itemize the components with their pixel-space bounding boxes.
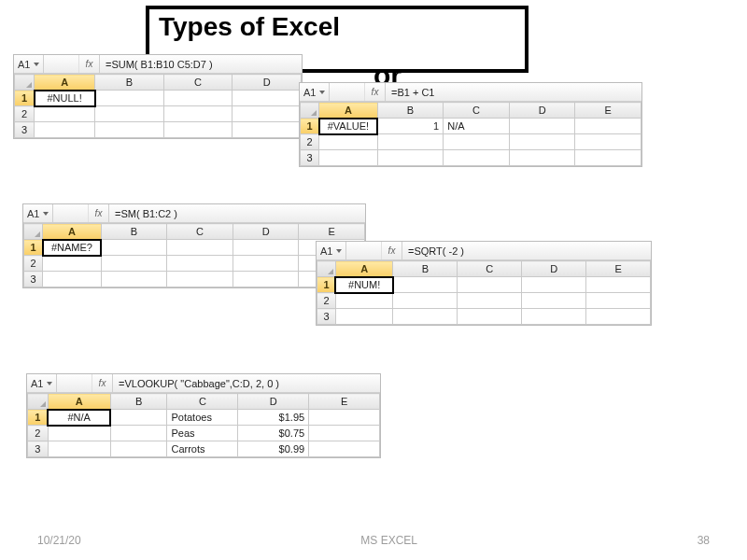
worksheet-grid[interactable]: A B C D 1 #NULL! 2 3 xyxy=(14,74,302,138)
cell[interactable] xyxy=(309,426,380,441)
name-box[interactable]: A1 xyxy=(27,374,57,392)
col-header[interactable]: A xyxy=(319,103,378,119)
cell[interactable]: Potatoes xyxy=(167,410,238,426)
row-header[interactable]: 3 xyxy=(24,272,43,287)
col-header[interactable]: C xyxy=(444,103,510,119)
cell[interactable]: 1 xyxy=(377,119,444,134)
cell[interactable] xyxy=(233,91,302,106)
cell[interactable] xyxy=(509,134,575,150)
table-row[interactable]: 3 xyxy=(24,272,365,287)
cell[interactable] xyxy=(35,106,95,122)
cell[interactable] xyxy=(167,240,233,256)
table-row[interactable]: 1 #NUM! xyxy=(317,277,651,293)
name-box[interactable]: A1 xyxy=(317,242,346,259)
cell[interactable] xyxy=(101,256,167,272)
cell[interactable] xyxy=(509,119,575,134)
cell[interactable]: $0.99 xyxy=(238,441,309,457)
select-all-corner[interactable] xyxy=(317,261,336,277)
select-all-corner[interactable] xyxy=(28,394,49,410)
col-header[interactable]: B xyxy=(110,394,167,410)
row-header[interactable]: 2 xyxy=(28,426,49,441)
worksheet-grid[interactable]: A B C D E 1 #NAME? 2 3 xyxy=(23,223,365,287)
col-header[interactable]: B xyxy=(95,75,164,91)
cell-a1[interactable]: #NAME? xyxy=(43,240,102,256)
row-header[interactable]: 3 xyxy=(301,150,319,166)
formula-bar[interactable]: =SUM( B1:B10 C5:D7 ) xyxy=(100,55,302,73)
chevron-down-icon[interactable] xyxy=(335,247,342,255)
cell[interactable] xyxy=(309,410,380,426)
col-header[interactable]: E xyxy=(309,394,380,410)
col-header[interactable]: C xyxy=(458,261,522,277)
cell[interactable] xyxy=(377,134,444,150)
cell[interactable] xyxy=(522,277,586,293)
chevron-down-icon[interactable] xyxy=(33,61,39,68)
cell[interactable] xyxy=(444,134,510,150)
cell[interactable] xyxy=(377,150,444,166)
fx-icon[interactable]: fx xyxy=(89,204,109,222)
col-header[interactable]: D xyxy=(233,75,302,91)
worksheet-grid[interactable]: A B C D E 1 #N/A Potatoes $1.95 2 Peas $… xyxy=(27,393,380,457)
worksheet-grid[interactable]: A B C D E 1 #VALUE! 1 N/A 2 3 xyxy=(300,102,641,166)
cell[interactable] xyxy=(163,122,233,138)
formula-bar[interactable]: =B1 + C1 xyxy=(386,83,641,101)
cell-a1[interactable]: #N/A xyxy=(48,410,110,426)
cell[interactable] xyxy=(110,410,167,426)
col-header[interactable]: C xyxy=(167,394,238,410)
cell[interactable] xyxy=(458,309,522,325)
cell[interactable] xyxy=(233,106,302,122)
cell[interactable] xyxy=(586,293,651,309)
cell[interactable] xyxy=(48,441,110,457)
row-header[interactable]: 3 xyxy=(28,441,49,457)
cell[interactable] xyxy=(575,119,641,134)
cell[interactable] xyxy=(43,256,102,272)
cell[interactable] xyxy=(233,256,299,272)
col-header[interactable]: B xyxy=(393,261,458,277)
col-header[interactable]: D xyxy=(509,103,575,119)
select-all-corner[interactable] xyxy=(301,103,319,119)
col-header[interactable]: E xyxy=(586,261,651,277)
table-row[interactable]: 2 xyxy=(301,134,641,150)
cell[interactable] xyxy=(101,272,167,287)
cell[interactable] xyxy=(575,134,641,150)
cell[interactable]: Peas xyxy=(167,426,238,441)
col-header[interactable]: B xyxy=(377,103,444,119)
col-header[interactable]: D xyxy=(233,224,299,240)
col-header[interactable]: C xyxy=(167,224,233,240)
chevron-down-icon[interactable] xyxy=(42,210,49,217)
cell[interactable] xyxy=(95,122,164,138)
cell[interactable] xyxy=(319,150,378,166)
cell[interactable] xyxy=(393,277,458,293)
cell[interactable] xyxy=(35,122,95,138)
cell[interactable] xyxy=(163,106,233,122)
row-header[interactable]: 2 xyxy=(317,293,336,309)
name-box[interactable]: A1 xyxy=(300,83,330,101)
cell[interactable] xyxy=(43,272,102,287)
table-row[interactable]: 2 xyxy=(15,106,302,122)
name-box[interactable]: A1 xyxy=(14,55,44,73)
cell[interactable] xyxy=(233,272,299,287)
cell[interactable] xyxy=(95,106,164,122)
cell[interactable] xyxy=(233,122,302,138)
select-all-corner[interactable] xyxy=(15,75,35,91)
col-header[interactable]: A xyxy=(35,75,95,91)
table-row[interactable]: 1 #N/A Potatoes $1.95 xyxy=(28,410,380,426)
name-box[interactable]: A1 xyxy=(23,204,53,222)
cell[interactable] xyxy=(522,293,586,309)
cell-a1[interactable]: #VALUE! xyxy=(319,119,378,134)
cell[interactable] xyxy=(101,240,167,256)
cell[interactable] xyxy=(95,91,164,106)
cell[interactable] xyxy=(110,426,167,441)
table-row[interactable]: 1 #NAME? xyxy=(24,240,365,256)
row-header[interactable]: 1 xyxy=(15,91,35,106)
fx-icon[interactable]: fx xyxy=(79,55,100,73)
cell[interactable]: N/A xyxy=(444,119,510,134)
cell-a1[interactable]: #NULL! xyxy=(35,91,95,106)
cell[interactable]: $0.75 xyxy=(238,426,309,441)
cell[interactable] xyxy=(163,91,233,106)
cell[interactable] xyxy=(167,272,233,287)
table-row[interactable]: 1 #VALUE! 1 N/A xyxy=(301,119,641,134)
cell[interactable] xyxy=(110,441,167,457)
table-row[interactable]: 1 #NULL! xyxy=(15,91,302,106)
cell[interactable] xyxy=(233,240,299,256)
row-header[interactable]: 2 xyxy=(24,256,43,272)
